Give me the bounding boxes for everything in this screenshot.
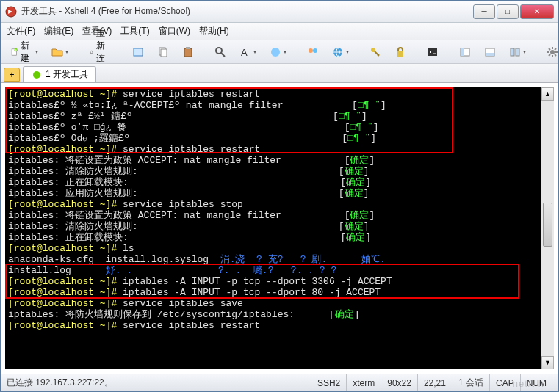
ok: □¶ ¨ (339, 111, 361, 122)
prompt: [root@localhost ~]# (8, 320, 117, 331)
tb-btn-10[interactable] (389, 43, 411, 61)
svg-rect-7 (186, 47, 190, 49)
tab-active[interactable]: 1 开发工具 (23, 66, 96, 82)
menu-edit[interactable]: 编辑(E) (44, 25, 73, 37)
text-cursor (440, 215, 441, 227)
prompt: [root@localhost ~]# (8, 243, 117, 254)
svg-rect-6 (184, 48, 192, 57)
ok: 确定 (350, 155, 369, 166)
titlebar: 开发工具 - Xshell 4 (Free for Home/School) ─… (1, 1, 558, 23)
tb-btn-5[interactable]: A▾ (234, 43, 262, 61)
watermark: net/t h (513, 378, 544, 389)
scroll-track[interactable] (541, 101, 554, 356)
ok: 确定 (346, 177, 365, 188)
app-icon (5, 6, 17, 18)
reconnect-icon (89, 46, 94, 58)
terminal[interactable]: [root@localhost ~]# service iptables res… (5, 87, 541, 369)
tb-btn-13[interactable] (479, 43, 501, 61)
color-icon (270, 46, 281, 58)
status-ssh: SSH2 (311, 374, 346, 391)
close-button[interactable]: ✕ (520, 4, 554, 19)
folder-icon (51, 46, 63, 58)
layout-icon (509, 46, 521, 58)
new-button[interactable]: 新建 ▾ (5, 43, 43, 61)
new-tab-button[interactable]: + (4, 68, 20, 82)
cmd: iptables -A INPUT -p tcp --dport 3306 -j… (123, 276, 392, 287)
svg-point-10 (271, 48, 280, 57)
scroll-down-button[interactable]: ▼ (541, 356, 554, 369)
open-button[interactable]: ▾ (46, 43, 73, 61)
tb-btn-1[interactable] (127, 43, 149, 61)
tb-btn-7[interactable] (302, 43, 324, 61)
svg-point-12 (313, 48, 317, 53)
tb-btn-15[interactable] (541, 43, 559, 61)
menu-file[interactable]: 文件(F) (7, 25, 35, 37)
status-sessions: 1 会话 (452, 374, 489, 391)
tb-btn-11[interactable] (422, 43, 444, 61)
svg-point-23 (550, 50, 555, 54)
menu-help[interactable]: 帮助(H) (199, 25, 229, 37)
prompt: [root@localhost ~]# (8, 276, 117, 287)
app-window: 开发工具 - Xshell 4 (Free for Home/School) ─… (0, 0, 559, 392)
svg-point-8 (216, 48, 222, 54)
menu-window[interactable]: 窗口(W) (159, 25, 190, 37)
tb-btn-4[interactable] (209, 43, 231, 61)
copy-icon (157, 46, 169, 58)
out: iptables: 清除防火墙规则: (8, 166, 138, 177)
window-title: 开发工具 - Xshell 4 (Free for Home/School) (21, 5, 472, 18)
chevron-down-icon: ▾ (523, 48, 526, 55)
tb-btn-6[interactable]: ▾ (264, 43, 292, 61)
tb-btn-9[interactable] (364, 43, 386, 61)
ok: 确定 (346, 232, 365, 243)
reconnect-button[interactable]: 重新连接 (84, 43, 117, 61)
svg-rect-3 (134, 48, 143, 56)
font-icon: A (239, 46, 251, 58)
cmd: service iptables restart (123, 144, 260, 155)
chevron-down-icon: ▾ (346, 48, 349, 55)
out: anaconda-ks.cfg install.log.syslog (8, 254, 220, 265)
status-size: 90x22 (381, 374, 417, 391)
terminal-icon (427, 46, 439, 58)
out: iptables: 将链设置为政策 ACCEPT: nat mangle fil… (8, 155, 281, 166)
tb-btn-3[interactable] (177, 43, 199, 61)
out: iptables£º zª £½¹ 鎕£º (8, 111, 132, 122)
status-cursor: 22,21 (417, 374, 452, 391)
menu-tools[interactable]: 工具(T) (120, 25, 149, 37)
statusbar: 已连接 192.167.3.227:22。 SSH2 xterm 90x22 2… (1, 374, 558, 391)
svg-rect-20 (486, 53, 494, 56)
tb-btn-14[interactable]: ▾ (504, 43, 531, 61)
svg-rect-21 (511, 48, 514, 56)
ok: 确定 (335, 309, 354, 320)
out: iptables: 正在卸载模块: (8, 232, 129, 243)
minimize-button[interactable]: ─ (473, 4, 495, 19)
out: iptables: 正在卸载模块: (8, 177, 129, 188)
scroll-thumb[interactable] (543, 203, 552, 247)
svg-rect-5 (161, 49, 167, 57)
svg-point-26 (33, 71, 40, 79)
scroll-up-button[interactable]: ▲ (541, 87, 554, 101)
tb-btn-2[interactable] (152, 43, 174, 61)
tab-label: 1 开发工具 (46, 68, 88, 81)
gear-icon (547, 46, 558, 58)
status-term: xterm (346, 374, 381, 391)
tb-btn-8[interactable]: ▾ (327, 43, 354, 61)
ok: 确定 (350, 210, 369, 221)
out: install.log (8, 265, 106, 276)
out: iptables£º oʹπ □ǵ¿ 餐 (8, 122, 126, 133)
search-icon (214, 46, 226, 58)
toolbar: 新建 ▾ ▾ 重新连接 A▾ ▾ ▾ ▾ ? (1, 40, 558, 64)
svg-rect-16 (428, 48, 437, 56)
key-icon (369, 46, 381, 58)
users-icon (307, 46, 319, 58)
out: 妤. . ?. . 璐.? ?. . ? ? (106, 265, 337, 276)
prompt: [root@localhost ~]# (8, 287, 117, 298)
cmd: service iptables save (123, 298, 243, 309)
ok: □¶ ¨ (358, 100, 381, 111)
maximize-button[interactable]: □ (497, 4, 519, 19)
new-label: 新建 (21, 40, 33, 65)
terminal-container: [root@localhost ~]# service iptables res… (1, 83, 558, 374)
out: iptables£º ½ «t¤:Ï¿ ª-ACCEPT£º nat mangl… (8, 100, 283, 111)
tb-btn-12[interactable] (454, 43, 476, 61)
out: iptables: 将防火墙规则保存到 /etc/sysconfig/iptab… (8, 309, 295, 320)
prompt: [root@localhost ~]# (8, 199, 117, 210)
